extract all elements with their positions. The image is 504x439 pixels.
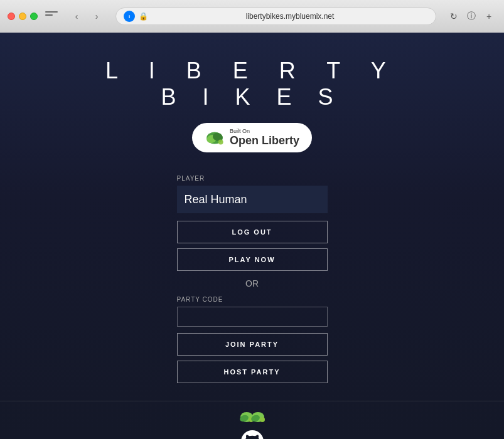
player-name-input[interactable]: [177, 193, 338, 206]
address-bar[interactable]: i 🔒 libertybikes.mybluemix.net: [115, 8, 436, 25]
title-line2: B I K E S: [105, 84, 399, 110]
security-icon: i: [124, 11, 135, 22]
play-now-button[interactable]: PLAY NOW: [177, 248, 328, 271]
badge-brand: Open Liberty: [230, 134, 299, 147]
title-line1: L I B E R T Y: [105, 58, 399, 84]
page-footer: Explore the code on Github: [0, 401, 504, 439]
lock-icon: 🔒: [139, 12, 148, 21]
host-party-button[interactable]: HOST PARTY: [177, 361, 328, 383]
maximize-button[interactable]: [30, 13, 38, 20]
traffic-lights: [8, 13, 38, 20]
browser-chrome: ‹ › i 🔒 libertybikes.mybluemix.net ↻ ⓘ +: [0, 0, 504, 33]
page-content: L I B E R T Y B I K E S Built On Open Li…: [0, 33, 504, 439]
main-area: L I B E R T Y B I K E S Built On Open Li…: [0, 33, 504, 401]
svg-text:i: i: [129, 14, 130, 19]
url-text: libertybikes.mybluemix.net: [152, 12, 428, 21]
badge-built-on: Built On: [230, 128, 299, 134]
player-label: PLAYER: [177, 175, 328, 182]
open-liberty-footer-icons: [239, 411, 265, 423]
open-liberty-leaf-icon: [205, 129, 225, 147]
form-area: PLAYER LOG OUT PLAY NOW OR PARTY CODE JO…: [177, 175, 328, 388]
minimize-button[interactable]: [19, 13, 26, 20]
add-tab-button[interactable]: +: [481, 9, 496, 24]
info-button[interactable]: ⓘ: [464, 9, 479, 24]
sidebar-toggle-icon[interactable]: [45, 11, 58, 21]
open-liberty-badge[interactable]: Built On Open Liberty: [192, 123, 312, 152]
close-button[interactable]: [8, 13, 15, 20]
svg-point-11: [260, 417, 265, 422]
party-code-label: PARTY CODE: [177, 296, 328, 303]
game-title: L I B E R T Y B I K E S: [105, 58, 399, 110]
player-input-wrapper: [177, 186, 328, 213]
address-bar-container: i 🔒 libertybikes.mybluemix.net: [115, 8, 436, 25]
forward-button[interactable]: ›: [88, 9, 105, 23]
browser-nav-controls: ‹ ›: [68, 9, 105, 23]
github-icon: [241, 430, 264, 439]
open-liberty-footer-logo: [239, 411, 265, 423]
reload-button[interactable]: ↻: [446, 9, 461, 24]
open-liberty-logo: [205, 129, 225, 147]
badge-text: Built On Open Liberty: [230, 128, 299, 147]
browser-actions: ↻ ⓘ +: [446, 9, 496, 24]
party-code-input[interactable]: [177, 307, 328, 327]
or-divider: OR: [177, 278, 328, 288]
logout-button[interactable]: LOG OUT: [177, 221, 328, 243]
join-party-button[interactable]: JOIN PARTY: [177, 333, 328, 356]
back-button[interactable]: ‹: [68, 9, 85, 23]
svg-point-5: [218, 139, 223, 144]
